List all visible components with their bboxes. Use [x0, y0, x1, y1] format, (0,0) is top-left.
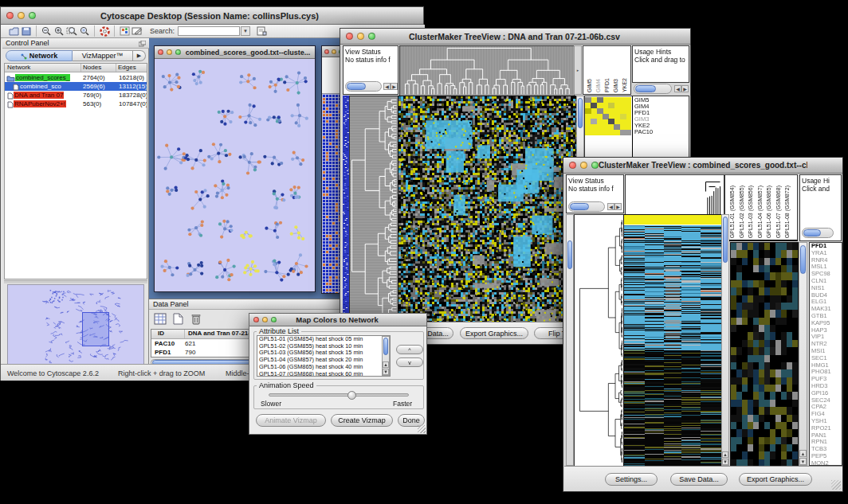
tv2-column-mini-canvas[interactable]: [625, 174, 724, 215]
scroll-up-arrow[interactable]: ▲: [799, 450, 807, 457]
scroll-right-arrow[interactable]: ▶: [681, 85, 689, 92]
vizmapper-icon[interactable]: [118, 25, 131, 37]
tv2-heatmap-canvas[interactable]: [623, 214, 722, 467]
close-button[interactable]: [346, 33, 353, 40]
minimize-button[interactable]: [18, 12, 25, 19]
network-row-rnapuber[interactable]: RNAPuberNov2+! 563(0) 107847(0): [5, 100, 147, 108]
float-panel-icon[interactable]: [139, 36, 146, 50]
tab-overflow-button[interactable]: ▶: [133, 50, 146, 61]
zoom-fit-icon[interactable]: [65, 25, 78, 37]
search-input[interactable]: [178, 26, 240, 36]
tv2-dendro-vscrollbar[interactable]: [566, 214, 574, 466]
scroll-right-arrow[interactable]: ▶: [614, 203, 622, 210]
slider-thumb[interactable]: [347, 391, 356, 400]
network-row-combined-sco-selected[interactable]: combined_sco 2569(6) 13112(15): [5, 82, 147, 91]
tv2-zoom-heatmap-canvas[interactable]: [730, 242, 799, 467]
resize-grip[interactable]: [418, 425, 426, 433]
close-button[interactable]: [253, 317, 259, 322]
tv1-scroll-strip[interactable]: ▸: [574, 45, 582, 95]
minimize-button[interactable]: [262, 317, 268, 322]
tv2-gene-vscrollbar[interactable]: ▲ ▼: [799, 242, 807, 466]
overview-canvas[interactable]: [7, 284, 144, 365]
scroll-up-arrow[interactable]: ▲: [722, 451, 728, 458]
zoom-button[interactable]: [368, 33, 375, 40]
move-up-button[interactable]: ^: [396, 345, 423, 354]
resize-grip[interactable]: [831, 480, 841, 490]
search-dropdown-arrow[interactable]: ▼: [241, 26, 250, 36]
report-icon[interactable]: [255, 25, 268, 37]
attribute-list[interactable]: GPL51-01 (GSM854) heat shock 05 minGPL51…: [257, 335, 391, 377]
animation-speed-slider[interactable]: [269, 393, 409, 397]
treeview1-title-bar[interactable]: ClusterMaker TreeView : DNA and Tran 07-…: [340, 29, 690, 45]
column-label: GIM5: [586, 79, 593, 92]
zoom-button[interactable]: [591, 162, 599, 169]
save-icon[interactable]: [20, 25, 33, 37]
scroll-down-arrow[interactable]: ▼: [383, 369, 389, 375]
col-header-network[interactable]: Network: [5, 64, 81, 72]
tv2-usage-scrollbar[interactable]: [802, 228, 834, 238]
tv1-thumbnail-canvas[interactable]: [585, 97, 631, 135]
zoom-button[interactable]: [175, 49, 181, 55]
edges-count: 107847(0): [119, 100, 147, 107]
tv1-selection-strip-canvas[interactable]: [343, 96, 349, 322]
minimize-button[interactable]: [357, 33, 364, 40]
zoom-button[interactable]: [271, 317, 277, 322]
attribute-list-scrollbar[interactable]: ▲ ▼: [382, 336, 390, 376]
id-column-header[interactable]: ID: [151, 330, 185, 338]
minimize-button[interactable]: [580, 162, 587, 169]
zoom-in-icon[interactable]: [53, 25, 65, 37]
col-header-nodes[interactable]: Nodes: [81, 64, 116, 72]
scroll-left-arrow[interactable]: ◀: [607, 203, 614, 210]
scroll-down-arrow[interactable]: ▼: [722, 459, 728, 465]
tv1-gene-list[interactable]: GIM5GIM4PFD1GIM3YKE2PAC10: [634, 97, 687, 137]
tab-vizmapper[interactable]: VizMapper™: [73, 50, 133, 61]
save-data-button[interactable]: Save Data...: [670, 473, 728, 486]
new-document-icon[interactable]: [173, 313, 183, 328]
scroll-left-arrow[interactable]: ◀: [383, 83, 391, 90]
table-view-icon[interactable]: [154, 313, 167, 328]
network-view-canvas[interactable]: [155, 59, 315, 291]
animate-vizmap-button[interactable]: Animate Vizmap: [256, 414, 326, 427]
tv1-status-scrollbar[interactable]: [345, 81, 382, 92]
zoom-selected-icon[interactable]: [78, 25, 91, 37]
zoom-out-icon[interactable]: [40, 25, 53, 37]
tv2-status-scrollbar[interactable]: [568, 201, 605, 212]
scroll-left-arrow[interactable]: ◀: [674, 85, 681, 92]
close-button[interactable]: [158, 49, 163, 55]
overview-selection-rect[interactable]: [82, 312, 109, 346]
trash-icon[interactable]: [190, 313, 202, 328]
dialog-title-bar[interactable]: Map Colors to Network: [249, 314, 426, 326]
scroll-right-arrow[interactable]: ▶: [391, 83, 398, 90]
tv1-right-scrollbar[interactable]: [634, 84, 672, 94]
network-view-title-bar[interactable]: combined_scores_good.txt--cluste...: [155, 46, 315, 59]
gene-label: PAC10: [634, 129, 687, 135]
export-graphics-button[interactable]: Export Graphics...: [460, 327, 528, 339]
tv2-heatmap-vscrollbar[interactable]: ▲ ▼: [721, 214, 729, 466]
tv1-heatmap-canvas[interactable]: [398, 96, 577, 323]
col-header-edges[interactable]: Edges: [116, 64, 147, 72]
help-icon[interactable]: [98, 25, 111, 37]
tv2-gene-list[interactable]: PFD1YRA1RNR4MSL1SPC98CLN1NIS1BUD4ELG1MAK…: [809, 242, 842, 466]
settings-button[interactable]: Settings...: [605, 473, 658, 486]
create-vizmap-button[interactable]: Create Vizmap: [331, 414, 393, 427]
scroll-up-arrow[interactable]: ▲: [383, 361, 389, 368]
close-button[interactable]: [569, 162, 576, 169]
move-down-button[interactable]: v: [396, 357, 423, 367]
open-file-icon[interactable]: [7, 25, 20, 37]
minimize-button[interactable]: [167, 49, 172, 55]
close-button[interactable]: [324, 49, 329, 54]
network-row-combined-scores[interactable]: combined_scores_ 2764(0) 16218(0): [5, 73, 147, 82]
minimize-button[interactable]: [332, 49, 336, 54]
main-title-bar[interactable]: Cytoscape Desktop (Session Name: collins…: [1, 7, 423, 25]
treeview2-title-bar[interactable]: ClusterMaker TreeView : combined_scores_…: [563, 158, 842, 174]
scroll-down-arrow[interactable]: ▼: [799, 458, 807, 465]
network-row-dna-tran[interactable]: DNA and Tran 07 769(0) 183728(0): [5, 91, 147, 100]
panel-split-handle[interactable]: [4, 280, 147, 283]
tv1-column-dendrogram-canvas[interactable]: [399, 45, 575, 96]
tv2-row-dendrogram-canvas[interactable]: [574, 214, 624, 467]
tv1-row-dendrogram-canvas[interactable]: [349, 96, 398, 323]
close-button[interactable]: [6, 12, 14, 19]
zoom-button[interactable]: [29, 12, 36, 19]
export-graphics-button[interactable]: Export Graphics...: [739, 473, 812, 486]
tab-network[interactable]: Network: [6, 50, 73, 61]
